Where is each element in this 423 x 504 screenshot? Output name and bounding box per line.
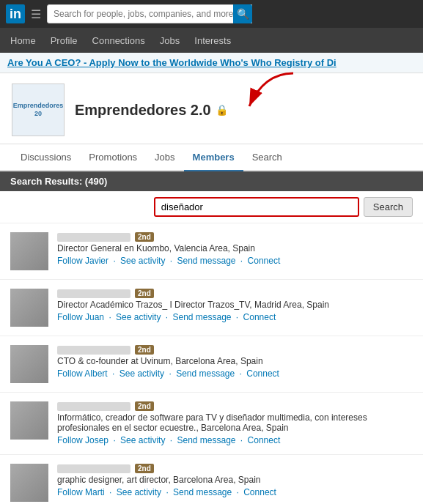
ad-banner-link[interactable]: Are You A CEO? - Apply Now to the Worldw… — [7, 57, 336, 68]
group-tabs: Discussions Promotions Jobs Members Sear… — [0, 144, 423, 171]
ad-banner: Are You A CEO? - Apply Now to the Worldw… — [0, 53, 423, 73]
tab-members[interactable]: Members — [184, 144, 243, 171]
global-search: 🔍 — [47, 4, 252, 23]
member-info: 2nd Director Académico Trazos_ I Directo… — [57, 289, 413, 322]
avatar — [10, 464, 48, 502]
member-name-row: 2nd — [57, 232, 413, 242]
see-activity-link[interactable]: See activity — [117, 487, 161, 497]
group-logo-text: Emprendedores 20 — [12, 102, 64, 118]
member-title: Director Académico Trazos_ I Director Tr… — [57, 300, 413, 310]
tab-jobs[interactable]: Jobs — [146, 144, 183, 171]
member-name-blur — [57, 402, 130, 411]
global-search-input[interactable] — [47, 4, 252, 23]
member-actions: Follow Albert · See activity · Send mess… — [57, 368, 413, 379]
secondary-navbar: Home Profile Connections Jobs Interests — [0, 28, 423, 53]
member-search-area: Search — [0, 191, 423, 223]
member-name-blur — [57, 346, 130, 355]
group-name-area: Emprendedores 2.0 🔒 — [75, 102, 228, 119]
send-message-link[interactable]: Send message — [173, 487, 232, 497]
group-header: Emprendedores 20 Emprendedores 2.0 🔒 — [0, 73, 423, 144]
connect-link[interactable]: Connect — [243, 487, 276, 497]
connect-link[interactable]: Connect — [243, 312, 276, 322]
follow-link[interactable]: Follow Albert — [57, 368, 108, 379]
member-title: CTO & co-founder at Uvinum, Barcelona Ar… — [57, 356, 413, 366]
avatar — [10, 345, 48, 383]
hamburger-icon[interactable]: ☰ — [31, 7, 41, 21]
member-name-blur — [57, 464, 130, 473]
nav-interests[interactable]: Interests — [187, 28, 238, 53]
member-actions: Follow Marti · See activity · Send messa… — [57, 487, 413, 497]
see-activity-link[interactable]: See activity — [116, 312, 161, 322]
connect-link[interactable]: Connect — [248, 256, 281, 266]
follow-link[interactable]: Follow Javier — [57, 256, 108, 266]
tab-search[interactable]: Search — [243, 144, 291, 171]
nav-profile[interactable]: Profile — [43, 28, 85, 53]
connection-badge: 2nd — [135, 232, 154, 242]
avatar — [10, 401, 48, 440]
avatar — [10, 289, 48, 327]
connection-badge: 2nd — [135, 464, 154, 473]
send-message-link[interactable]: Send message — [176, 368, 235, 379]
table-row: 2nd Director General en Kuombo, Valencia… — [0, 223, 423, 280]
member-title: graphic designer, art director, Barcelon… — [57, 475, 413, 485]
nav-connections[interactable]: Connections — [85, 28, 152, 53]
search-submit-button[interactable]: Search — [364, 197, 413, 217]
table-row: 2nd graphic designer, art director, Barc… — [0, 455, 423, 504]
table-row: 2nd Informático, creador de software par… — [0, 393, 423, 455]
member-info: 2nd Informático, creador de software par… — [57, 401, 413, 445]
send-message-link[interactable]: Send message — [177, 435, 235, 445]
connect-link[interactable]: Connect — [246, 368, 279, 379]
member-search-input[interactable] — [155, 199, 358, 215]
results-count: Search Results: (490) — [10, 176, 107, 187]
avatar — [10, 232, 48, 270]
group-name: Emprendedores 2.0 🔒 — [75, 102, 228, 119]
tab-promotions[interactable]: Promotions — [80, 144, 146, 171]
follow-link[interactable]: Follow Marti — [57, 487, 105, 497]
member-name-blur — [57, 289, 130, 298]
member-info: 2nd CTO & co-founder at Uvinum, Barcelon… — [57, 345, 413, 379]
send-message-link[interactable]: Send message — [177, 256, 235, 266]
group-logo: Emprendedores 20 — [12, 84, 65, 136]
member-title: Informático, creador de software para TV… — [57, 412, 413, 433]
results-bar: Search Results: (490) — [0, 171, 423, 191]
connection-badge: 2nd — [135, 345, 154, 355]
see-activity-link[interactable]: See activity — [119, 368, 164, 379]
member-name-row: 2nd — [57, 289, 413, 298]
member-name-blur — [57, 233, 130, 242]
connection-badge: 2nd — [135, 289, 154, 298]
linkedin-logo: in — [6, 4, 25, 23]
send-message-link[interactable]: Send message — [172, 312, 231, 322]
connect-link[interactable]: Connect — [248, 435, 281, 445]
search-icon: 🔍 — [237, 8, 249, 20]
member-info: 2nd graphic designer, art director, Barc… — [57, 464, 413, 497]
see-activity-link[interactable]: See activity — [120, 435, 165, 445]
connection-badge: 2nd — [135, 401, 154, 411]
member-info: 2nd Director General en Kuombo, Valencia… — [57, 232, 413, 266]
lock-icon: 🔒 — [216, 104, 228, 116]
follow-link[interactable]: Follow Josep — [57, 435, 108, 445]
top-navbar: in ☰ 🔍 — [0, 0, 423, 28]
global-search-button[interactable]: 🔍 — [233, 4, 252, 23]
tab-discussions[interactable]: Discussions — [12, 144, 80, 171]
member-name-row: 2nd — [57, 464, 413, 473]
member-title: Director General en Kuombo, Valencia Are… — [57, 243, 413, 253]
nav-home[interactable]: Home — [3, 28, 43, 53]
member-actions: Follow Josep · See activity · Send messa… — [57, 435, 413, 445]
member-list: 2nd Director General en Kuombo, Valencia… — [0, 223, 423, 504]
member-actions: Follow Juan · See activity · Send messag… — [57, 312, 413, 322]
search-input-wrapper — [154, 197, 359, 217]
follow-link[interactable]: Follow Juan — [57, 312, 104, 322]
member-name-row: 2nd — [57, 345, 413, 355]
table-row: 2nd Director Académico Trazos_ I Directo… — [0, 280, 423, 336]
see-activity-link[interactable]: See activity — [120, 256, 165, 266]
table-row: 2nd CTO & co-founder at Uvinum, Barcelon… — [0, 336, 423, 393]
member-name-row: 2nd — [57, 401, 413, 411]
nav-jobs[interactable]: Jobs — [152, 28, 187, 53]
group-header-container: Emprendedores 20 Emprendedores 2.0 🔒 — [0, 73, 423, 144]
member-actions: Follow Javier · See activity · Send mess… — [57, 256, 413, 266]
